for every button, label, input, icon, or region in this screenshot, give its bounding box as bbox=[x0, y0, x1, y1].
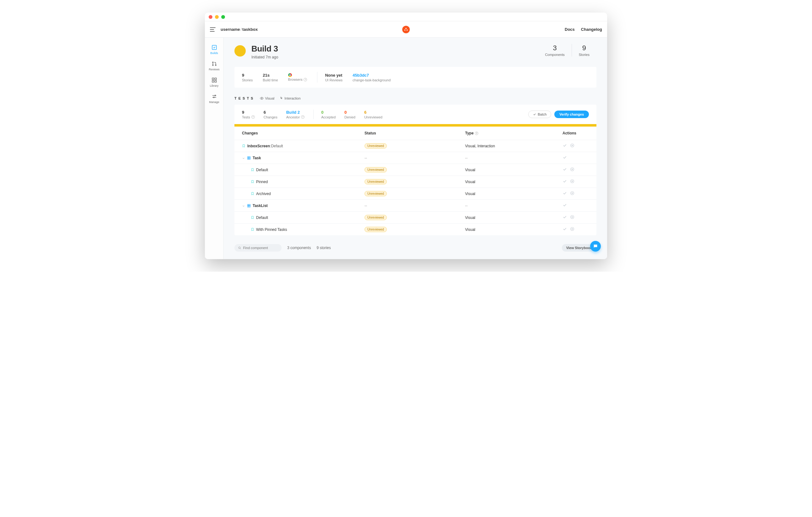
svg-rect-25 bbox=[249, 206, 251, 207]
summary-label: Ancestor? bbox=[286, 115, 304, 119]
tests-filters: TESTS Visual Interaction bbox=[234, 96, 597, 100]
summary-ancestor: Build 2 Ancestor? bbox=[286, 110, 313, 119]
check-icon bbox=[533, 113, 536, 116]
summary-changes: 6 Changes bbox=[264, 110, 286, 119]
sidebar-label: Library bbox=[210, 84, 219, 87]
accept-action[interactable] bbox=[562, 143, 567, 149]
svg-point-13 bbox=[261, 98, 262, 99]
table-row[interactable]: With Pinned TasksUnreviewedVisual bbox=[234, 223, 597, 235]
summary-value: 6 bbox=[364, 110, 382, 115]
verify-changes-button[interactable]: Verify changes bbox=[554, 111, 589, 118]
deny-action[interactable] bbox=[570, 179, 574, 184]
accept-action[interactable] bbox=[562, 215, 567, 220]
table-row[interactable]: DefaultUnreviewedVisual bbox=[234, 164, 597, 176]
svg-rect-18 bbox=[249, 158, 251, 159]
git-pull-request-icon bbox=[211, 61, 217, 67]
story-icon bbox=[242, 144, 245, 148]
panel-actions: Batch Verify changes bbox=[528, 111, 589, 118]
chevron-down-icon[interactable] bbox=[242, 204, 245, 207]
svg-rect-24 bbox=[248, 206, 249, 207]
info-browsers: Browsers? bbox=[288, 73, 317, 81]
chat-fab[interactable] bbox=[590, 241, 601, 251]
story-name: With Pinned Tasks bbox=[256, 227, 287, 232]
component-icon bbox=[247, 204, 251, 208]
app-body: Builds Reviews Library Manage Build 3 In… bbox=[205, 38, 607, 259]
svg-rect-23 bbox=[249, 204, 251, 205]
table-row[interactable]: DefaultUnreviewedVisual bbox=[234, 211, 597, 223]
footer: 3 components 9 stories View Storybook bbox=[234, 244, 597, 251]
help-icon[interactable]: ? bbox=[475, 131, 478, 135]
deny-action[interactable] bbox=[570, 227, 574, 232]
story-name: Default bbox=[256, 168, 268, 172]
stories-stat[interactable]: 9 Stories bbox=[572, 44, 597, 57]
svg-rect-17 bbox=[248, 158, 249, 159]
info-label: Browsers? bbox=[288, 78, 307, 81]
accept-action[interactable] bbox=[562, 179, 567, 184]
changelog-link[interactable]: Changelog bbox=[581, 27, 602, 32]
help-icon[interactable]: ? bbox=[301, 115, 304, 119]
accept-action[interactable] bbox=[562, 167, 567, 173]
sidebar-item-manage[interactable]: Manage bbox=[205, 90, 224, 107]
deny-action[interactable] bbox=[570, 215, 574, 220]
table-row[interactable]: PinnedUnreviewedVisual bbox=[234, 176, 597, 187]
status-badge: Unreviewed bbox=[365, 143, 387, 149]
summary-tests: 9 Tests? bbox=[242, 110, 264, 119]
svg-point-0 bbox=[405, 28, 407, 29]
sidebar-item-builds[interactable]: Builds bbox=[205, 41, 224, 58]
table-row[interactable]: ArchivedUnreviewedVisual bbox=[234, 187, 597, 200]
type-value: Visual bbox=[465, 168, 475, 172]
commit-link[interactable]: 45b3dc7 bbox=[353, 73, 390, 78]
deny-action[interactable] bbox=[570, 191, 574, 196]
info-label: Build time bbox=[263, 78, 278, 82]
deny-action[interactable] bbox=[570, 143, 574, 149]
accept-action[interactable] bbox=[562, 191, 567, 196]
sidebar-item-library[interactable]: Library bbox=[205, 74, 224, 90]
breadcrumb-user[interactable]: username bbox=[221, 27, 240, 32]
ancestor-link[interactable]: Build 2 bbox=[286, 110, 304, 115]
svg-point-11 bbox=[214, 95, 215, 96]
sidebar: Builds Reviews Library Manage bbox=[205, 38, 224, 259]
filter-interaction[interactable]: Interaction bbox=[279, 96, 300, 100]
svg-point-6 bbox=[215, 65, 216, 66]
th-actions: Actions bbox=[562, 131, 589, 135]
summary-label: Unreviewed bbox=[364, 115, 382, 119]
maximize-window-dot[interactable] bbox=[221, 15, 225, 19]
table-row[interactable]: InboxScreen:DefaultUnreviewedVisual, Int… bbox=[234, 140, 597, 152]
accept-action[interactable] bbox=[562, 227, 567, 232]
close-window-dot[interactable] bbox=[209, 15, 212, 19]
breadcrumb[interactable]: username/taskbox bbox=[221, 27, 258, 32]
breadcrumb-repo[interactable]: taskbox bbox=[242, 27, 258, 32]
type-value: Visual bbox=[465, 180, 475, 184]
filter-visual[interactable]: Visual bbox=[260, 96, 274, 100]
page-subtitle: Initiated 7m ago bbox=[252, 55, 278, 59]
menu-icon[interactable] bbox=[210, 27, 215, 32]
deny-action[interactable] bbox=[570, 167, 574, 173]
tests-heading: TESTS bbox=[234, 96, 255, 100]
chevron-down-icon[interactable] bbox=[242, 156, 245, 159]
svg-rect-16 bbox=[249, 156, 251, 158]
summary-value: 0 bbox=[321, 110, 336, 115]
table-row[interactable]: TaskList---- bbox=[234, 200, 597, 211]
top-links: Docs Changelog bbox=[565, 27, 602, 32]
docs-link[interactable]: Docs bbox=[565, 27, 575, 32]
search-input[interactable] bbox=[243, 246, 278, 250]
type-value: Visual, Interaction bbox=[465, 144, 495, 148]
chromatic-logo-icon[interactable] bbox=[402, 26, 410, 33]
help-icon[interactable]: ? bbox=[303, 78, 307, 81]
sidebar-label: Manage bbox=[209, 100, 219, 104]
status-badge: Unreviewed bbox=[365, 191, 387, 196]
accept-action[interactable] bbox=[562, 203, 567, 208]
table-row[interactable]: Task---- bbox=[234, 152, 597, 164]
components-stat[interactable]: 3 Components bbox=[538, 44, 571, 57]
minimize-window-dot[interactable] bbox=[215, 15, 219, 19]
th-type: Type? bbox=[465, 131, 562, 135]
sidebar-item-reviews[interactable]: Reviews bbox=[205, 58, 224, 74]
info-buildtime: 21s Build time bbox=[263, 73, 288, 82]
component-name: TaskList bbox=[253, 204, 268, 208]
help-icon[interactable]: ? bbox=[252, 115, 255, 119]
find-component-search[interactable] bbox=[234, 244, 282, 251]
batch-button[interactable]: Batch bbox=[528, 111, 551, 118]
svg-rect-3 bbox=[212, 45, 216, 50]
svg-point-30 bbox=[595, 246, 596, 246]
accept-action[interactable] bbox=[562, 155, 567, 160]
